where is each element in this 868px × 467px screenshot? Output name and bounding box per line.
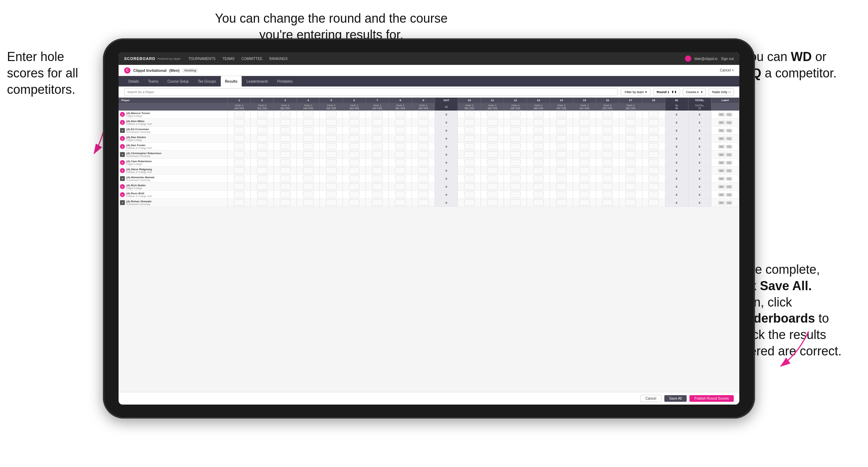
hole-3-input-11[interactable] bbox=[274, 199, 297, 207]
hole-17-input-1[interactable] bbox=[619, 119, 642, 127]
hole-10-input-10[interactable] bbox=[458, 191, 481, 199]
score-field[interactable] bbox=[326, 111, 337, 118]
hole-12-input-5[interactable] bbox=[504, 151, 527, 159]
hole-15-input-5[interactable] bbox=[573, 151, 596, 159]
tab-details[interactable]: Details bbox=[124, 76, 143, 86]
score-field[interactable] bbox=[257, 111, 267, 118]
score-field[interactable] bbox=[303, 143, 314, 150]
score-field[interactable] bbox=[602, 135, 613, 142]
score-field[interactable] bbox=[326, 127, 337, 134]
hole-9-input-8[interactable] bbox=[412, 175, 435, 183]
score-field[interactable] bbox=[303, 175, 314, 182]
score-field[interactable] bbox=[326, 119, 337, 126]
hole-13-input-0[interactable] bbox=[527, 111, 550, 119]
score-field[interactable] bbox=[487, 151, 498, 158]
score-field[interactable] bbox=[280, 175, 290, 182]
hole-16-input-9[interactable] bbox=[596, 183, 619, 191]
hole-16-input-5[interactable] bbox=[596, 151, 619, 159]
hole-4-input-2[interactable] bbox=[297, 127, 320, 135]
wd-button[interactable]: WD bbox=[718, 145, 725, 149]
hole-6-input-7[interactable] bbox=[343, 167, 366, 175]
hole-5-input-0[interactable] bbox=[320, 111, 343, 119]
score-field[interactable] bbox=[395, 199, 406, 206]
tab-results[interactable]: Results bbox=[221, 76, 242, 86]
score-field[interactable] bbox=[349, 175, 360, 182]
score-field[interactable] bbox=[372, 143, 383, 150]
hole-6-input-8[interactable] bbox=[343, 175, 366, 183]
score-field[interactable] bbox=[556, 111, 567, 118]
score-field[interactable] bbox=[487, 167, 498, 174]
nav-rankings[interactable]: RANKINGS bbox=[269, 57, 287, 61]
score-field[interactable] bbox=[395, 119, 406, 126]
hole-2-input-5[interactable] bbox=[251, 151, 274, 159]
score-field[interactable] bbox=[395, 135, 406, 142]
hole-11-input-8[interactable] bbox=[481, 175, 504, 183]
totals-only-toggle[interactable]: Totals Only □ bbox=[709, 88, 734, 96]
score-field[interactable] bbox=[280, 111, 290, 118]
hole-14-input-8[interactable] bbox=[550, 175, 573, 183]
hole-10-input-7[interactable] bbox=[458, 167, 481, 175]
hole-12-input-2[interactable] bbox=[504, 127, 527, 135]
score-field[interactable] bbox=[280, 119, 290, 126]
score-field[interactable] bbox=[648, 119, 659, 126]
nav-tournaments[interactable]: TOURNAMENTS bbox=[189, 57, 216, 61]
score-field[interactable] bbox=[372, 127, 383, 134]
score-field[interactable] bbox=[556, 159, 567, 166]
hole-11-input-6[interactable] bbox=[481, 159, 504, 167]
hole-3-input-6[interactable] bbox=[274, 159, 297, 167]
hole-3-input-5[interactable] bbox=[274, 151, 297, 159]
dq-button[interactable]: DQ bbox=[726, 121, 732, 125]
score-field[interactable] bbox=[326, 135, 337, 142]
score-field[interactable] bbox=[326, 167, 337, 174]
score-field[interactable] bbox=[280, 183, 290, 190]
score-field[interactable] bbox=[464, 119, 475, 126]
score-field[interactable] bbox=[303, 191, 314, 198]
score-field[interactable] bbox=[372, 175, 383, 182]
score-field[interactable] bbox=[510, 167, 521, 174]
score-field[interactable] bbox=[303, 183, 314, 190]
score-field[interactable] bbox=[510, 159, 521, 166]
score-field[interactable] bbox=[487, 143, 498, 150]
score-field[interactable] bbox=[533, 159, 544, 166]
hole-12-input-7[interactable] bbox=[504, 167, 527, 175]
score-field[interactable] bbox=[487, 127, 498, 134]
score-field[interactable] bbox=[234, 135, 244, 142]
hole-5-input-4[interactable] bbox=[320, 143, 343, 151]
score-field[interactable] bbox=[648, 199, 659, 206]
hole-5-input-5[interactable] bbox=[320, 151, 343, 159]
hole-9-input-0[interactable] bbox=[412, 111, 435, 119]
hole-1-input-5[interactable] bbox=[228, 151, 251, 159]
hole-9-input-10[interactable] bbox=[412, 191, 435, 199]
hole-6-input-6[interactable] bbox=[343, 159, 366, 167]
score-field[interactable] bbox=[579, 175, 590, 182]
score-field[interactable] bbox=[625, 151, 636, 158]
cancel-tournament-button[interactable]: Cancel × bbox=[720, 68, 734, 72]
hole-8-input-8[interactable] bbox=[389, 175, 412, 183]
score-field[interactable] bbox=[280, 135, 290, 142]
hole-12-input-3[interactable] bbox=[504, 135, 527, 143]
hole-18-input-5[interactable] bbox=[642, 151, 665, 159]
score-field[interactable] bbox=[602, 127, 613, 134]
hole-8-input-11[interactable] bbox=[389, 199, 412, 207]
hole-15-input-6[interactable] bbox=[573, 159, 596, 167]
score-field[interactable] bbox=[280, 143, 290, 150]
hole-6-input-5[interactable] bbox=[343, 151, 366, 159]
hole-17-input-4[interactable] bbox=[619, 143, 642, 151]
hole-14-input-4[interactable] bbox=[550, 143, 573, 151]
hole-3-input-0[interactable] bbox=[274, 111, 297, 119]
score-field[interactable] bbox=[533, 119, 544, 126]
dq-button[interactable]: DQ bbox=[726, 201, 732, 205]
score-field[interactable] bbox=[303, 111, 314, 118]
hole-15-input-1[interactable] bbox=[573, 119, 596, 127]
hole-18-input-4[interactable] bbox=[642, 143, 665, 151]
hole-1-input-3[interactable] bbox=[228, 135, 251, 143]
hole-8-input-2[interactable] bbox=[389, 127, 412, 135]
hole-10-input-9[interactable] bbox=[458, 183, 481, 191]
hole-4-input-1[interactable] bbox=[297, 119, 320, 127]
score-field[interactable] bbox=[349, 111, 360, 118]
hole-17-input-11[interactable] bbox=[619, 199, 642, 207]
hole-9-input-2[interactable] bbox=[412, 127, 435, 135]
nav-teams[interactable]: TEAMS bbox=[222, 57, 234, 61]
hole-7-input-2[interactable] bbox=[366, 127, 389, 135]
hole-8-input-7[interactable] bbox=[389, 167, 412, 175]
